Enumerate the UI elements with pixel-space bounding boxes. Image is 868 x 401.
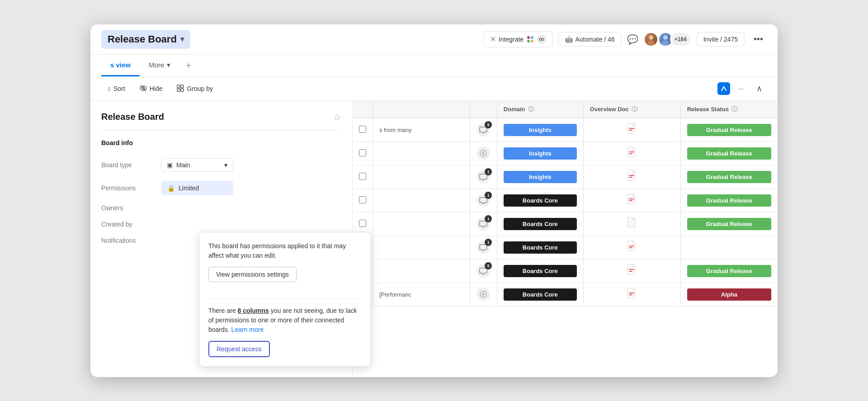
status-header-label: Release Status — [687, 106, 729, 113]
row-name-cell — [373, 236, 470, 259]
svg-rect-43 — [629, 271, 632, 272]
board-type-chevron-icon: ▾ — [224, 161, 227, 169]
row-checkbox[interactable] — [359, 126, 366, 133]
notifications-label: Notifications — [101, 237, 156, 244]
app-window: Release Board ▾ ✕ Integrate ∞ 🤖 Automate… — [90, 24, 778, 377]
chat-bubble-icon[interactable]: 1 — [476, 217, 490, 231]
svg-rect-49 — [629, 292, 634, 293]
created-by-label: Created by — [101, 221, 156, 228]
svg-rect-50 — [629, 294, 632, 295]
row-name-cell — [373, 165, 470, 189]
owners-row: Owners — [101, 200, 341, 216]
top-bar-right: ✕ Integrate ∞ 🤖 Automate / 46 💬 — [483, 31, 767, 47]
checkbox-cell — [353, 189, 373, 212]
col-chat-header — [470, 101, 497, 118]
tab-more[interactable]: More ▾ — [140, 55, 179, 77]
chat-support-icon[interactable]: 💬 — [627, 34, 638, 45]
permissions-value: Limited — [179, 184, 199, 192]
board-type-value: Main — [176, 161, 190, 169]
svg-rect-24 — [629, 151, 634, 152]
monday-ai-icon[interactable] — [717, 82, 730, 95]
domain-cell: Boards Core — [497, 259, 583, 283]
chat-bubble-icon[interactable]: 5 — [476, 264, 490, 278]
toolbar-more-icon: ··· — [738, 85, 744, 92]
popup-divider — [208, 298, 361, 299]
row-name-cell — [373, 142, 470, 165]
main-board-icon: ▣ — [167, 161, 173, 169]
collapse-button[interactable]: ∧ — [752, 81, 767, 96]
col-domain-header: Domain ⓘ — [497, 101, 583, 118]
svg-point-6 — [663, 35, 668, 40]
svg-point-5 — [647, 40, 655, 46]
overview-doc-cell — [583, 236, 680, 259]
row-checkbox[interactable] — [359, 220, 366, 227]
invite-button[interactable]: Invite / 2475 — [697, 32, 745, 47]
chat-bubble-icon[interactable]: 1 — [476, 193, 490, 207]
overview-doc-cell — [583, 212, 680, 236]
popup-text-2-part1: There are — [208, 307, 238, 314]
overview-doc-cell — [583, 189, 680, 212]
domain-cell: Boards Core — [497, 236, 583, 259]
add-chat-icon[interactable] — [476, 288, 490, 301]
row-checkbox[interactable] — [359, 173, 366, 180]
svg-point-4 — [649, 35, 653, 40]
group-by-label: Group by — [187, 85, 213, 92]
toolbar-more-button[interactable]: ··· — [732, 81, 750, 96]
sort-button[interactable]: ↕ Sort — [101, 81, 132, 96]
board-type-select[interactable]: ▣ Main ▾ — [161, 158, 233, 172]
svg-rect-32 — [629, 198, 634, 199]
row-checkbox[interactable] — [359, 196, 366, 203]
top-bar: Release Board ▾ ✕ Integrate ∞ 🤖 Automate… — [90, 24, 778, 55]
columns-link[interactable]: 8 columns — [238, 307, 269, 314]
domain-cell: Boards Core — [497, 212, 583, 236]
popup-text-2: There are 8 columns you are not seeing, … — [208, 306, 361, 335]
overview-doc-cell — [583, 165, 680, 189]
status-cell: Gradual Release — [680, 165, 778, 189]
group-by-button[interactable]: Group by — [170, 81, 219, 97]
svg-rect-11 — [177, 85, 180, 88]
row-checkbox[interactable] — [359, 149, 366, 156]
automate-button[interactable]: 🤖 Automate / 46 — [558, 32, 622, 47]
more-options-button[interactable]: ••• — [750, 32, 767, 46]
add-tab-button[interactable]: + — [179, 56, 198, 75]
tab-s-view[interactable]: s view — [101, 55, 140, 76]
svg-point-2 — [527, 40, 530, 42]
svg-rect-13 — [177, 89, 180, 91]
tab-s-view-label: s view — [110, 61, 131, 69]
star-icon: ☆ — [333, 112, 341, 122]
request-access-button[interactable]: Request access — [208, 341, 270, 357]
board-title-text: Release Board — [108, 33, 177, 45]
hide-button[interactable]: Hide — [133, 81, 169, 97]
table-header-row: Domain ⓘ Overview Doc ⓘ — [353, 101, 778, 118]
slack-icon — [526, 35, 534, 43]
chat-bubble-icon[interactable]: 1 — [476, 241, 490, 254]
chat-bubble-icon[interactable]: 5 — [476, 123, 490, 137]
svg-rect-29 — [629, 177, 632, 178]
checkbox-cell — [353, 118, 373, 142]
row-name-cell — [373, 189, 470, 212]
learn-more-link[interactable]: Learn more — [231, 326, 264, 333]
star-button[interactable]: ☆ — [333, 112, 341, 123]
table-row: [PerformancBoards CoreAlpha — [353, 283, 778, 306]
table-row: 5Boards CoreGradual Release — [353, 259, 778, 283]
svg-point-3 — [531, 40, 533, 42]
lock-icon: 🔒 — [167, 184, 175, 192]
chat-cell: 1 — [470, 236, 497, 259]
permissions-popup: This board has permissions applied to it… — [199, 232, 371, 367]
panel-title: Release Board — [101, 112, 164, 122]
view-permissions-button[interactable]: View permissions settings — [208, 267, 297, 282]
add-chat-icon[interactable] — [476, 146, 490, 160]
chat-bubble-icon[interactable]: 1 — [476, 170, 490, 184]
view-permissions-label: View permissions settings — [216, 271, 289, 278]
board-title-button[interactable]: Release Board ▾ — [101, 30, 190, 49]
integrate-button[interactable]: ✕ Integrate ∞ — [483, 31, 553, 47]
avatar-1 — [644, 32, 658, 47]
permissions-badge[interactable]: 🔒 Limited — [161, 181, 233, 195]
col-check-header — [353, 101, 373, 118]
table-row: 1Boards Core — [353, 236, 778, 259]
svg-rect-12 — [181, 85, 184, 88]
status-cell: Alpha — [680, 283, 778, 306]
sort-icon: ↕ — [108, 85, 111, 92]
svg-rect-25 — [629, 153, 632, 154]
tab-more-label: More — [149, 61, 164, 69]
